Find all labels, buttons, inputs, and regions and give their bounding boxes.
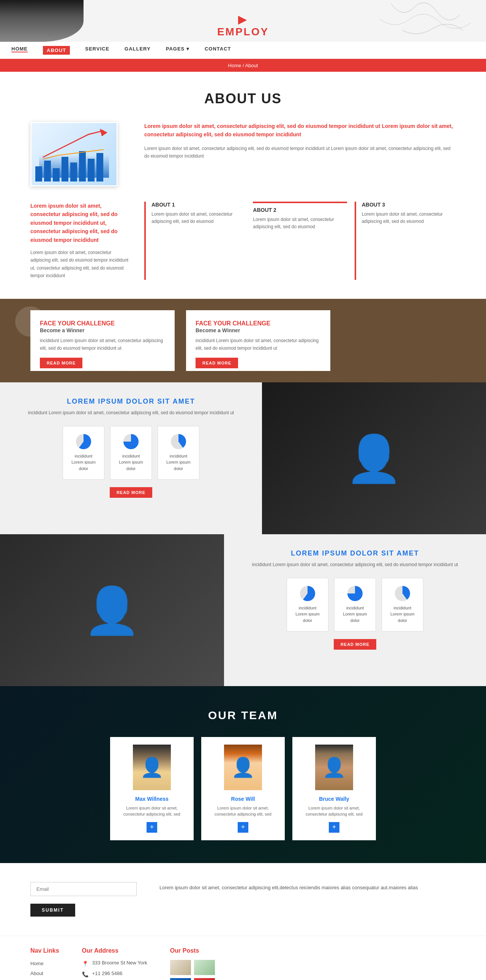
feature-icon-1 [76, 434, 91, 449]
team-section: OUR TEAM 👤 Max Willness Lorem ipsum dolo… [0, 686, 486, 863]
footer-nav-home[interactable]: Home [30, 960, 59, 967]
about-col2-text: Lorem ipsum dolor sit amet, consectetur … [253, 216, 347, 231]
footer-nav-about[interactable]: About [30, 970, 59, 977]
feature-icon-2 [123, 434, 138, 449]
email-input[interactable] [30, 882, 137, 896]
logo-icon: ▶ [238, 14, 248, 25]
person-photo-2: 👤 [0, 534, 224, 686]
team-member2-text: Lorem ipsum dolor sit amet, consectetur … [209, 805, 277, 818]
team-card-2: 👤 Rose Will Lorem ipsum dolor sit amet, … [201, 737, 285, 840]
about-sub-title: Lorem ipsum dolor sit amet, consectetur … [30, 202, 129, 244]
main-nav: HOME ABOUT SERVICE GALLERY PAGES ▾ CONTA… [0, 42, 486, 59]
site-logo[interactable]: ▶ EMPLOY [217, 13, 269, 38]
nav-item-gallery[interactable]: GALLERY [124, 46, 151, 55]
challenge-card2-text: incididunt Lorem ipsum dolor sit amet, c… [195, 337, 321, 352]
footer-nav-title: Nav Links [30, 947, 59, 954]
nav-item-service[interactable]: SERVICE [85, 46, 110, 55]
challenge-cards: FACE YOUR CHALLENGE Become a Winner inci… [0, 299, 486, 382]
feature2-card3-text: incididunt Lorem ipsum dolor [388, 605, 417, 624]
challenge-card2-subtitle: Become a Winner [195, 327, 321, 333]
about-right-text: Lorem ipsum dolor sit amet, consectetur … [144, 122, 456, 186]
challenge-card-2: FACE YOUR CHALLENGE Become a Winner inci… [186, 310, 330, 371]
nav-link-about[interactable]: ABOUT [47, 48, 66, 53]
nav-item-contact[interactable]: CONTACT [205, 46, 231, 55]
about-left-content: Lorem ipsum dolor sit amet, consectetur … [30, 202, 129, 280]
nav-link-service[interactable]: SERVICE [85, 46, 110, 52]
team-member3-name: Bruce Wally [300, 796, 368, 802]
team-photo-bruce: 👤 [315, 745, 353, 790]
features-left2-panel: 👤 [0, 534, 224, 686]
footer-posts-list [170, 960, 215, 980]
challenge-card1-btn[interactable]: READ MORE [40, 358, 83, 368]
team-member1-btn[interactable]: + [146, 822, 157, 833]
challenge-card2-btn[interactable]: READ MORE [195, 358, 238, 368]
breadcrumb-bar: Home / About [0, 59, 486, 72]
features2-btn[interactable]: READ MORE [334, 639, 376, 650]
footer-posts-title: Our Posts [170, 947, 215, 954]
about-section: ABOUT US [0, 72, 486, 299]
feature2-icon-1 [300, 586, 315, 601]
team-member2-name: Rose Will [209, 796, 277, 802]
about-columns: ABOUT 1 Lorem ipsum dolor sit amet, cons… [144, 202, 456, 280]
features-right2-panel: LOREM IPSUM DOLOR SIT AMET incididunt Lo… [224, 534, 486, 686]
features1-btn[interactable]: READ MORE [110, 487, 152, 498]
post-thumb-1 [170, 960, 191, 975]
team-member1-name: Max Willness [118, 796, 186, 802]
feature2-card-1: incididunt Lorem ipsum dolor [287, 578, 329, 632]
team-photo-rose: 👤 [224, 745, 262, 790]
feature-icon-3 [171, 434, 186, 449]
feature-card3-text: incididunt Lorem ipsum dolor [164, 453, 193, 472]
team-member3-btn[interactable]: + [329, 822, 340, 833]
footer-links-section: Nav Links Home About Services Blog Galle… [0, 935, 486, 980]
post-thumb-3 [170, 978, 191, 980]
feature-card-1: incididunt Lorem ipsum dolor [63, 426, 105, 480]
about-intro-bold: Lorem ipsum dolor sit amet, consectetur … [144, 122, 456, 139]
nav-item-pages[interactable]: PAGES ▾ [166, 46, 189, 55]
team-title: OUR TEAM [30, 709, 456, 722]
feature-card-3: incididunt Lorem ipsum dolor [157, 426, 199, 480]
about-image-block [30, 122, 129, 186]
about-title: ABOUT US [30, 91, 456, 107]
feature-card2-text: incididunt Lorem ipsum dolor [116, 453, 146, 472]
team-member2-btn[interactable]: + [238, 822, 248, 833]
location-icon: 📍 [82, 961, 89, 967]
challenge-card2-title: FACE YOUR CHALLENGE [195, 320, 321, 328]
features1-desc: incididunt Lorem ipsum dolor sit amet, c… [19, 409, 243, 417]
challenge-card-1: FACE YOUR CHALLENGE Become a Winner inci… [30, 310, 175, 371]
about-bottom-row: Lorem ipsum dolor sit amet, consectetur … [30, 202, 456, 280]
nav-item-about[interactable]: ABOUT [43, 46, 70, 55]
hero-person-image [0, 0, 84, 42]
nav-item-home[interactable]: HOME [11, 46, 28, 55]
footer-form: SUBMIT [30, 882, 137, 916]
team-cards-container: 👤 Max Willness Lorem ipsum dolor sit ame… [30, 737, 456, 840]
feature2-card-2: incididunt Lorem ipsum dolor [334, 578, 376, 632]
about-sub-body: Lorem ipsum dolor sit amet, consectetur … [30, 249, 129, 280]
features2-desc: incididunt Lorem ipsum dolor sit amet, c… [243, 561, 467, 568]
chart-trend-line [35, 127, 115, 165]
team-member1-text: Lorem ipsum dolor sit amet, consectetur … [118, 805, 186, 818]
nav-link-home[interactable]: HOME [11, 46, 28, 52]
hero-area: ▶ EMPLOY [0, 0, 486, 42]
breadcrumb-text: Home / About [228, 63, 258, 68]
feature2-card1-text: incididunt Lorem ipsum dolor [293, 605, 322, 624]
footer-address-street: 📍 333 Broome St New York [82, 960, 147, 967]
about-col1-title: ABOUT 1 [151, 202, 245, 208]
logo-text: EMPLOY [217, 26, 269, 38]
about-col3-text: Lorem ipsum dolor sit amet, consectetur … [362, 211, 456, 225]
team-member3-text: Lorem ipsum dolor sit amet, consectetur … [300, 805, 368, 818]
nav-link-contact[interactable]: CONTACT [205, 46, 231, 52]
nav-link-gallery[interactable]: GALLERY [124, 46, 151, 52]
nav-link-pages[interactable]: PAGES ▾ [166, 46, 189, 52]
feature2-icon-3 [395, 586, 410, 601]
feature-card1-text: incididunt Lorem ipsum dolor [69, 453, 98, 472]
about-col-1: ABOUT 1 Lorem ipsum dolor sit amet, cons… [144, 202, 245, 280]
submit-button[interactable]: SUBMIT [30, 904, 75, 916]
features1-title: LOREM IPSUM DOLOR SIT AMET [19, 398, 243, 406]
footer-address-col: Our Address 📍 333 Broome St New York 📞 +… [82, 947, 147, 980]
feature-card-2: incididunt Lorem ipsum dolor [110, 426, 152, 480]
features-section-2: 👤 LOREM IPSUM DOLOR SIT AMET incididunt … [0, 534, 486, 686]
footer-form-description: Lorem ipsum dolor sit amet, consectetur … [159, 882, 456, 916]
footer-address-title: Our Address [82, 947, 147, 954]
footer-posts-col: Our Posts [170, 947, 215, 980]
footer-nav-list: Home About Services Blog Gallery Contact [30, 960, 59, 980]
